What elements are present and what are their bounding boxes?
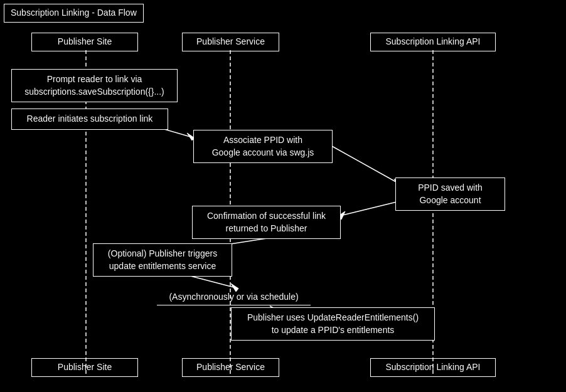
optional-publisher-box: (Optional) Publisher triggers update ent…	[93, 243, 232, 277]
publisher-service-header: Publisher Service	[182, 33, 279, 51]
prompt-reader-box: Prompt reader to link via subscriptions.…	[11, 69, 178, 102]
confirmation-box: Confirmation of successful link returned…	[192, 206, 341, 239]
publisher-site-footer: Publisher Site	[31, 358, 138, 377]
reader-initiates-text: Reader initiates subscription link	[27, 114, 153, 124]
diagram-container: Subscription Linking - Data Flow Publish…	[0, 0, 566, 392]
publisher-site-header: Publisher Site	[31, 33, 138, 51]
prompt-reader-text: Prompt reader to link via subscriptions.…	[24, 74, 164, 97]
confirmation-text: Confirmation of successful link returned…	[207, 211, 326, 233]
update-reader-text: Publisher uses UpdateReaderEntitlements(…	[247, 312, 419, 335]
optional-publisher-text: (Optional) Publisher triggers update ent…	[108, 248, 217, 271]
associate-ppid-box: Associate PPID with Google account via s…	[193, 130, 333, 163]
title-box: Subscription Linking - Data Flow	[4, 4, 144, 23]
ppid-saved-text: PPID saved with Google account	[418, 183, 483, 205]
reader-initiates-box: Reader initiates subscription link	[11, 109, 168, 130]
update-reader-box: Publisher uses UpdateReaderEntitlements(…	[231, 307, 435, 341]
svg-line-7	[338, 201, 402, 216]
associate-ppid-text: Associate PPID with Google account via s…	[212, 135, 314, 157]
svg-line-5	[326, 143, 402, 185]
publisher-service-footer: Publisher Service	[182, 358, 279, 377]
subscription-linking-footer: Subscription Linking API	[370, 358, 496, 377]
ppid-saved-box: PPID saved with Google account	[395, 177, 505, 211]
asynchronously-box: (Asynchronously or via schedule)	[157, 290, 311, 305]
asynchronously-text: (Asynchronously or via schedule)	[169, 292, 298, 302]
subscription-linking-header: Subscription Linking API	[370, 33, 496, 51]
title-text: Subscription Linking - Data Flow	[11, 8, 137, 18]
